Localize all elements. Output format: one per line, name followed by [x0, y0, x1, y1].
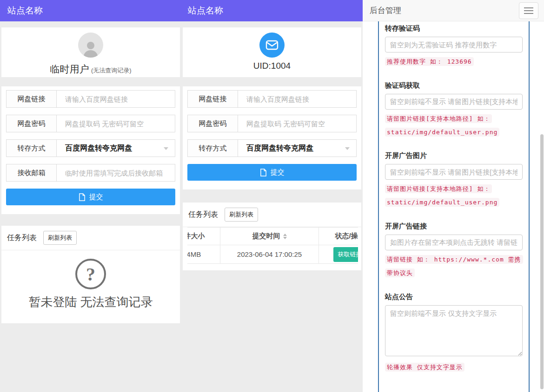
- field-control: [57, 91, 175, 107]
- document-icon: [260, 169, 267, 176]
- field-label: 网盘密码: [7, 115, 57, 132]
- form-field-netdisk-link: 网盘链接: [6, 90, 175, 108]
- form-field-netdisk-password: 网盘密码: [6, 115, 175, 132]
- setting-label: 开屏广告图片: [385, 151, 523, 160]
- setting-captcha-image: 验证码获取 请留图片链接[支持本地路径] 如： static/img/defau…: [385, 81, 523, 139]
- form-field-netdisk-password: 网盘密码: [187, 115, 357, 132]
- submit-label: 提交: [89, 193, 103, 202]
- task-table-wrap: 文件大小 提交时间 状态/操作 2.4MB 2023-06-04 17:00:2…: [187, 227, 358, 264]
- user-name-line: 临时用户 (无法查询记录): [1, 63, 180, 76]
- field-control: [238, 91, 356, 107]
- setting-hint: 请留图片链接[支持本地路径] 如： static/img/default_use…: [385, 182, 523, 209]
- setting-hint: 推荐使用数字 如： 123696: [385, 55, 523, 68]
- user-card: 临时用户 (无法查询记录): [1, 27, 180, 77]
- site-title-middle: 站点名称: [188, 0, 223, 21]
- refresh-list-button-left[interactable]: 刷新列表: [43, 231, 77, 245]
- mail-icon: [259, 33, 285, 58]
- user-name: 临时用户: [50, 64, 89, 74]
- task-list-card-left: 任务列表 刷新列表 ? 暂未登陆 无法查询记录: [1, 226, 180, 323]
- netdisk-password-input[interactable]: [57, 115, 175, 132]
- field-label: 转存方式: [188, 140, 238, 157]
- selected-option: 百度网盘转夸克网盘: [246, 144, 313, 153]
- transfer-method-select[interactable]: 百度网盘转夸克网盘: [57, 140, 175, 157]
- page: 站点名称 站点名称 临时用户 (无法查询记录) 网盘链接: [0, 0, 544, 392]
- captcha-image-input[interactable]: [385, 94, 523, 110]
- transfer-form-middle: 网盘链接 网盘密码 转存方式 百度网盘转夸克网盘: [183, 86, 361, 189]
- setting-label: 站点公告: [385, 293, 523, 301]
- cell-file-size: 2.4MB: [187, 245, 220, 264]
- submit-button-middle[interactable]: 提交: [187, 164, 357, 181]
- question-mark-icon: ?: [75, 259, 106, 289]
- field-control: [57, 164, 175, 181]
- setting-hint: 请留图片链接[支持本地路径] 如： static/img/default_use…: [385, 112, 523, 139]
- field-label: 网盘密码: [188, 115, 238, 132]
- netdisk-link-input[interactable]: [57, 91, 175, 107]
- setting-hint: 请留链接 如： https://www.*.com 需携带协议头: [385, 253, 523, 280]
- uid-line: UID:1004: [183, 61, 361, 71]
- menu-hamburger-button[interactable]: [519, 2, 538, 19]
- task-list-header: 任务列表 刷新列表: [183, 203, 361, 227]
- selected-option: 百度网盘转夸克网盘: [65, 144, 132, 153]
- submit-label: 提交: [271, 168, 285, 177]
- admin-title: 后台管理: [370, 5, 401, 16]
- setting-hint: 轮播效果 仅支持文字显示: [385, 360, 523, 374]
- splash-ad-link-input[interactable]: [385, 235, 523, 250]
- splash-ad-image-input[interactable]: [385, 164, 523, 180]
- panel-middle: UID:1004 网盘链接 网盘密码 转存方式 百度网盘转夸克网盘: [181, 21, 363, 392]
- field-label: 网盘链接: [188, 91, 238, 107]
- uid-text: UID:1004: [253, 61, 291, 71]
- setting-transfer-captcha: 转存验证码 推荐使用数字 如： 123696: [385, 24, 523, 68]
- panel-left: 临时用户 (无法查询记录) 网盘链接 网盘密码 转存方式 百度网盘转夸克网盘: [0, 21, 181, 392]
- transfer-captcha-input[interactable]: [385, 37, 523, 52]
- form-field-transfer-method: 转存方式 百度网盘转夸克网盘: [187, 139, 357, 157]
- chevron-down-icon: [164, 147, 168, 150]
- setting-splash-ad-image: 开屏广告图片 请留图片链接[支持本地路径] 如： static/img/defa…: [385, 151, 523, 209]
- field-label: 转存方式: [7, 140, 57, 157]
- col-file-size: 文件大小: [187, 228, 220, 245]
- field-control: [238, 115, 356, 132]
- setting-label: 开屏广告链接: [385, 222, 523, 231]
- cell-action: 获取链接: [319, 245, 358, 264]
- task-list-title: 任务列表: [7, 233, 37, 243]
- setting-label: 验证码获取: [385, 81, 523, 90]
- user-icon: [81, 39, 100, 58]
- scrollbar-thumb[interactable]: [540, 134, 544, 389]
- admin-settings-card: 转存验证码 推荐使用数字 如： 123696 验证码获取 请留图片链接[支持本地…: [378, 21, 530, 392]
- user-note: (无法查询记录): [91, 67, 132, 74]
- refresh-list-button-middle[interactable]: 刷新列表: [225, 208, 258, 222]
- uid-card: UID:1004: [183, 27, 361, 77]
- netdisk-link-input[interactable]: [238, 91, 356, 107]
- cell-submit-time: 2023-06-04 17:00:25: [220, 245, 319, 264]
- netdisk-password-input[interactable]: [238, 115, 356, 132]
- panel-admin: 后台管理 转存验证码 推荐使用数字 如： 123696 验证码获取 请留图片链接…: [363, 0, 544, 392]
- setting-splash-ad-link: 开屏广告链接 请留链接 如： https://www.*.com 需携带协议头: [385, 222, 523, 280]
- receive-email-input[interactable]: [57, 164, 175, 181]
- form-field-receive-email: 接收邮箱: [6, 164, 175, 182]
- get-link-button[interactable]: 获取链接: [333, 247, 358, 262]
- empty-state-text: 暂未登陆 无法查询记录: [1, 294, 180, 310]
- task-list-card-middle: 任务列表 刷新列表 文件大小 提交时间 状态/操作: [183, 203, 361, 270]
- task-list-title: 任务列表: [188, 210, 218, 220]
- task-table: 文件大小 提交时间 状态/操作 2.4MB 2023-06-04 17:00:2…: [187, 227, 358, 264]
- admin-header-bar: 后台管理: [363, 0, 544, 21]
- field-control: [57, 115, 175, 132]
- document-icon: [79, 193, 86, 201]
- form-field-netdisk-link: 网盘链接: [187, 90, 357, 108]
- site-announcement-textarea[interactable]: [385, 305, 523, 356]
- avatar: [78, 33, 103, 58]
- form-field-transfer-method: 转存方式 百度网盘转夸克网盘: [6, 139, 175, 157]
- empty-state: ? 暂未登陆 无法查询记录: [1, 250, 180, 310]
- transfer-method-select[interactable]: 百度网盘转夸克网盘: [238, 140, 356, 157]
- table-row: 2.4MB 2023-06-04 17:00:25 获取链接: [187, 245, 358, 264]
- setting-label: 转存验证码: [385, 24, 523, 33]
- sort-icon[interactable]: [283, 234, 287, 239]
- task-list-header: 任务列表 刷新列表: [1, 226, 180, 250]
- col-status-action: 状态/操作: [319, 228, 358, 245]
- site-header-bar: 站点名称 站点名称: [0, 0, 363, 21]
- table-header-row: 文件大小 提交时间 状态/操作: [187, 228, 358, 245]
- col-submit-time[interactable]: 提交时间: [220, 228, 319, 245]
- site-title-left: 站点名称: [7, 0, 43, 21]
- setting-site-announcement: 站点公告 轮播效果 仅支持文字显示: [385, 293, 523, 374]
- submit-button-left[interactable]: 提交: [6, 189, 175, 205]
- field-label: 网盘链接: [7, 91, 57, 107]
